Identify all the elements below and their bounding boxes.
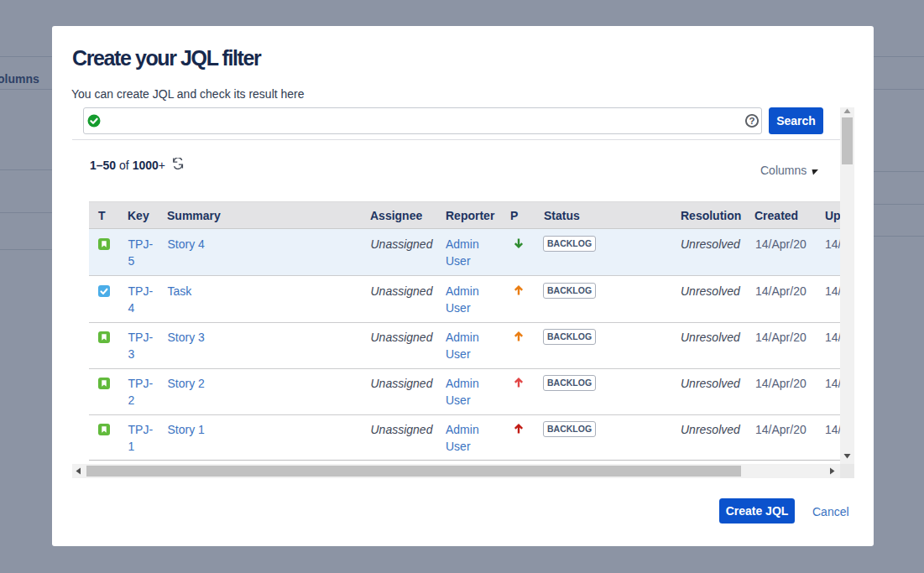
svg-text:?: ? <box>749 116 754 126</box>
